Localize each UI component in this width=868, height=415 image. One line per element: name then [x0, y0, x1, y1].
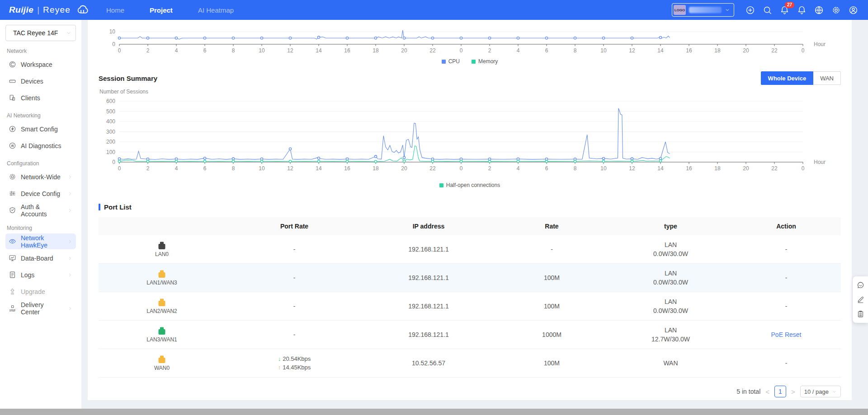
svg-text:10: 10 [600, 47, 607, 54]
svg-text:20: 20 [401, 47, 407, 54]
sidebar-item-smart-config[interactable]: Smart Config [5, 121, 76, 137]
org-select[interactable]: LOGO [672, 3, 734, 17]
sidebar-item-data-board[interactable]: Data-Board [5, 250, 76, 266]
poe-reset-link[interactable]: PoE Reset [771, 331, 802, 338]
table-row-lan2-wan2: LAN2/WAN2 - 192.168.121.1 100M LAN0.0W/3… [99, 292, 841, 321]
sidebar-item-device-config[interactable]: Device Config [5, 186, 76, 201]
svg-text:16: 16 [686, 165, 692, 172]
bottom-scrollbar-track[interactable] [0, 409, 868, 415]
svg-text:20: 20 [743, 47, 749, 54]
svg-text:4: 4 [175, 165, 178, 172]
add-button[interactable] [745, 5, 755, 15]
sidebar-item-logs[interactable]: Logs [5, 267, 76, 283]
chevron-down-icon [832, 389, 837, 394]
svg-text:18: 18 [373, 47, 379, 54]
svg-text:6: 6 [203, 47, 207, 54]
svg-text:6: 6 [545, 165, 548, 172]
alarm-notifications-button[interactable]: 27 [780, 5, 789, 15]
section-label-network: Network [7, 48, 76, 54]
session-summary-chart: 0100200300400500600024681012141618202202… [99, 95, 841, 180]
svg-text:0: 0 [118, 165, 121, 172]
search-button[interactable] [763, 5, 772, 15]
svg-text:10: 10 [259, 47, 265, 54]
download-rate: ↓20.54Kbps [226, 354, 363, 363]
whole-device-button[interactable]: Whole Device [761, 71, 814, 85]
clipboard-icon [857, 310, 864, 318]
sidebar-item-ai-diagnostics[interactable]: AI Diagnostics [5, 138, 76, 154]
devices-icon [9, 77, 16, 85]
svg-text:Hour: Hour [814, 41, 826, 47]
settings-button[interactable] [831, 5, 841, 15]
legend-memory: Memory [472, 58, 498, 65]
chevron-right-icon [67, 174, 73, 180]
brand-logo[interactable]: Ruijie | Reyee [0, 4, 89, 16]
table-row-lan0: LAN0 - 192.168.121.1 - LAN0.0W/30.0W - [99, 235, 841, 264]
language-button[interactable] [814, 5, 824, 15]
table-row-wan0: WAN0 ↓20.54Kbps ↑14.45Kbps 10.52.56.57 1… [99, 349, 841, 378]
upload-rate: ↑14.45Kbps [226, 363, 363, 372]
next-page-button[interactable]: > [791, 388, 795, 396]
account-button[interactable] [849, 5, 858, 15]
svg-text:0: 0 [112, 159, 115, 165]
sidebar: TAC Reyee 14F Network Workspace Devices … [0, 20, 82, 409]
prev-page-button[interactable]: < [765, 388, 769, 396]
svg-text:600: 600 [106, 98, 115, 104]
brand-reyee: Reyee [43, 5, 71, 15]
svg-text:14: 14 [316, 165, 322, 172]
svg-text:14: 14 [657, 165, 664, 172]
sidebar-item-clients[interactable]: Clients [5, 90, 76, 106]
project-select-value: TAC Reyee 14F [13, 29, 58, 37]
svg-text:0: 0 [802, 165, 805, 172]
svg-text:22: 22 [429, 47, 436, 54]
svg-text:6: 6 [545, 47, 548, 54]
nav-ai-heatmap[interactable]: AI Heatmap [198, 6, 234, 14]
down-arrow-icon: ↓ [278, 354, 281, 363]
page-size-select[interactable]: 10 / page [800, 386, 841, 397]
chevron-right-icon [67, 306, 73, 311]
port-list-title: Port List [104, 203, 132, 211]
svg-text:300: 300 [106, 129, 115, 135]
nav-project[interactable]: Project [150, 6, 173, 14]
svg-text:16: 16 [344, 165, 350, 172]
report-clipboard-button[interactable] [857, 310, 864, 318]
svg-text:200: 200 [106, 139, 115, 145]
svg-text:400: 400 [106, 118, 115, 125]
sidebar-item-network-hawkeye[interactable]: Network HawkEye [5, 233, 76, 249]
nav-home[interactable]: Home [106, 6, 124, 14]
svg-text:18: 18 [373, 165, 379, 172]
col-port [99, 217, 225, 235]
sidebar-item-devices[interactable]: Devices [5, 73, 76, 89]
feedback-chat-button[interactable] [857, 281, 864, 289]
session-summary-title: Session Summary [99, 75, 157, 82]
messages-button[interactable] [797, 5, 807, 15]
brand-separator: | [37, 5, 39, 15]
data-board-icon [9, 254, 16, 262]
port-list-table: Port Rate IP address Rate type Action LA… [99, 217, 841, 378]
wan-button[interactable]: WAN [813, 71, 841, 85]
sign-pen-button[interactable] [857, 296, 864, 303]
notification-badge: 27 [785, 2, 794, 8]
delivery-center-icon [9, 304, 16, 312]
auth-accounts-icon [9, 206, 16, 214]
table-row-lan3-wan1: LAN3/WAN1 - 192.168.121.1 1000M LAN12.7W… [99, 321, 841, 349]
project-select[interactable]: TAC Reyee 14F [5, 25, 76, 41]
sidebar-item-network-wide[interactable]: Network-Wide [5, 169, 76, 185]
section-label-ai-networking: AI Networking [7, 112, 76, 119]
sidebar-item-delivery-center[interactable]: Delivery Center [5, 300, 76, 316]
sidebar-item-workspace[interactable]: Workspace [5, 56, 76, 72]
col-port-rate: Port Rate [225, 217, 363, 235]
sidebar-item-auth-accounts[interactable]: Auth & Accounts [5, 202, 76, 218]
chevron-right-icon [67, 208, 73, 213]
brand-ruijie: Ruijie [9, 5, 33, 15]
svg-text:22: 22 [429, 165, 436, 172]
cpu-memory-legend: CPU Memory [99, 57, 841, 66]
svg-text:8: 8 [232, 165, 235, 172]
port-icon [157, 270, 166, 279]
sessions-y-axis-label: Number of Sessions [99, 89, 841, 95]
main-menu: Home Project AI Heatmap [106, 6, 234, 14]
sidebar-item-upgrade[interactable]: Upgrade [5, 284, 76, 299]
globe-icon [814, 5, 824, 15]
session-legend: Half-open connections [99, 181, 841, 190]
page-number[interactable]: 1 [774, 386, 786, 397]
svg-text:0: 0 [112, 41, 115, 47]
